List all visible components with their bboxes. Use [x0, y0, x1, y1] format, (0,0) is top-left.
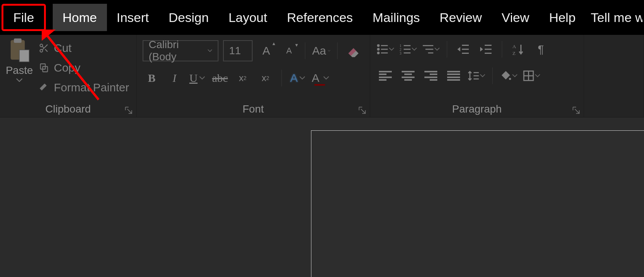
tab-home[interactable]: Home	[53, 4, 107, 31]
clear-formatting-button[interactable]	[344, 42, 363, 60]
borders-button[interactable]	[522, 67, 540, 85]
align-left-icon	[379, 71, 392, 81]
separator	[492, 67, 493, 84]
svg-text:A: A	[512, 44, 516, 49]
tell-me-placeholder: Tell me what	[591, 10, 642, 25]
dialog-launcher-icon[interactable]	[125, 106, 132, 114]
separator	[281, 70, 282, 86]
chevron-down-icon	[512, 73, 518, 79]
align-center-button[interactable]	[399, 67, 417, 85]
align-left-button[interactable]	[376, 67, 394, 85]
format-painter-button[interactable]: Format Painter	[39, 81, 129, 94]
line-spacing-button[interactable]	[467, 67, 485, 85]
paste-button[interactable]: Paste	[2, 38, 36, 83]
tab-insert[interactable]: Insert	[107, 4, 159, 31]
chevron-down-icon	[412, 46, 417, 52]
svg-point-4	[40, 50, 43, 52]
copy-button[interactable]: Copy	[39, 61, 129, 74]
multilevel-list-button[interactable]	[422, 40, 440, 58]
svg-point-3	[40, 44, 43, 47]
shading-button[interactable]	[499, 67, 518, 85]
subscript-button[interactable]: x2	[234, 69, 252, 87]
group-clipboard: Paste Cut Copy Format Painter Clipboard	[0, 35, 137, 117]
dialog-launcher-icon[interactable]	[358, 106, 366, 114]
separator	[337, 42, 338, 59]
scissors-icon	[39, 43, 49, 53]
copy-label: Copy	[54, 61, 80, 74]
tab-file[interactable]: File	[2, 4, 46, 31]
group-paragraph: 123 AZ	[370, 35, 584, 117]
separator	[447, 41, 447, 58]
justify-icon	[447, 71, 460, 81]
copy-icon	[39, 63, 49, 73]
tab-mailings[interactable]: Mailings	[363, 4, 430, 31]
sort-icon: AZ	[511, 42, 525, 56]
chevron-down-icon	[328, 48, 330, 54]
svg-rect-2	[19, 50, 29, 62]
underline-button[interactable]: U	[188, 69, 206, 87]
font-size-value: 11	[229, 45, 241, 57]
cut-label: Cut	[54, 42, 72, 55]
justify-button[interactable]	[445, 67, 463, 85]
paintbrush-icon	[39, 82, 49, 93]
bold-button[interactable]: B	[143, 69, 161, 87]
borders-icon	[522, 69, 535, 83]
grow-font-button[interactable]: A▲	[257, 42, 275, 60]
svg-point-33	[509, 78, 511, 80]
dialog-launcher-icon[interactable]	[572, 106, 580, 114]
svg-point-9	[377, 49, 379, 50]
numbering-button[interactable]: 123	[399, 40, 417, 58]
ribbon: Paste Cut Copy Format Painter Clipboard	[0, 35, 644, 117]
separator	[502, 41, 502, 58]
multilevel-list-icon	[422, 42, 434, 56]
paste-label: Paste	[6, 64, 33, 77]
group-styles	[584, 35, 644, 117]
numbered-list-icon: 123	[399, 42, 412, 56]
svg-rect-1	[14, 38, 22, 42]
tab-view[interactable]: View	[492, 4, 539, 31]
paint-bucket-icon	[499, 69, 512, 83]
chevron-down-icon	[299, 75, 305, 81]
font-size-combo[interactable]: 11	[223, 40, 253, 61]
document-page[interactable]	[311, 130, 644, 277]
sort-button[interactable]: AZ	[509, 40, 527, 58]
text-effects-button[interactable]: A	[289, 69, 307, 87]
tab-layout[interactable]: Layout	[218, 4, 277, 31]
chevron-down-icon	[207, 48, 212, 54]
font-name-value: Calibri (Body	[149, 39, 198, 63]
svg-text:3: 3	[399, 51, 401, 55]
shrink-font-button[interactable]: A▼	[280, 42, 298, 60]
cut-button[interactable]: Cut	[39, 42, 129, 55]
font-name-combo[interactable]: Calibri (Body	[143, 40, 218, 61]
clipboard-paste-icon	[8, 38, 31, 63]
chevron-down-icon	[199, 75, 205, 81]
tab-references[interactable]: References	[277, 4, 363, 31]
tab-help[interactable]: Help	[539, 4, 586, 31]
eraser-icon	[346, 43, 361, 58]
chevron-down-icon[interactable]	[16, 78, 23, 83]
font-color-button[interactable]: A	[311, 69, 330, 87]
svg-point-7	[377, 45, 379, 46]
align-right-button[interactable]	[422, 67, 440, 85]
tab-review[interactable]: Review	[430, 4, 492, 31]
increase-indent-button[interactable]	[477, 40, 495, 58]
chevron-down-icon	[535, 73, 540, 79]
align-center-icon	[402, 71, 415, 81]
change-case-button[interactable]: Aa	[312, 42, 330, 60]
tell-me-search[interactable]: Tell me what	[586, 9, 642, 25]
svg-text:Z: Z	[512, 50, 515, 56]
bulleted-list-icon	[376, 42, 389, 56]
group-label-paragraph: Paragraph	[370, 101, 584, 117]
document-area[interactable]	[0, 117, 644, 277]
italic-button[interactable]: I	[165, 69, 184, 87]
decrease-indent-button[interactable]	[454, 40, 472, 58]
group-label-clipboard: Clipboard	[0, 101, 136, 117]
separator	[305, 42, 305, 59]
superscript-button[interactable]: x2	[256, 69, 275, 87]
bullets-button[interactable]	[376, 40, 394, 58]
tab-design[interactable]: Design	[159, 4, 219, 31]
show-marks-button[interactable]: ¶	[532, 40, 550, 58]
chevron-down-icon	[389, 46, 394, 52]
line-spacing-icon	[467, 69, 480, 83]
strikethrough-button[interactable]: abc	[211, 69, 229, 87]
